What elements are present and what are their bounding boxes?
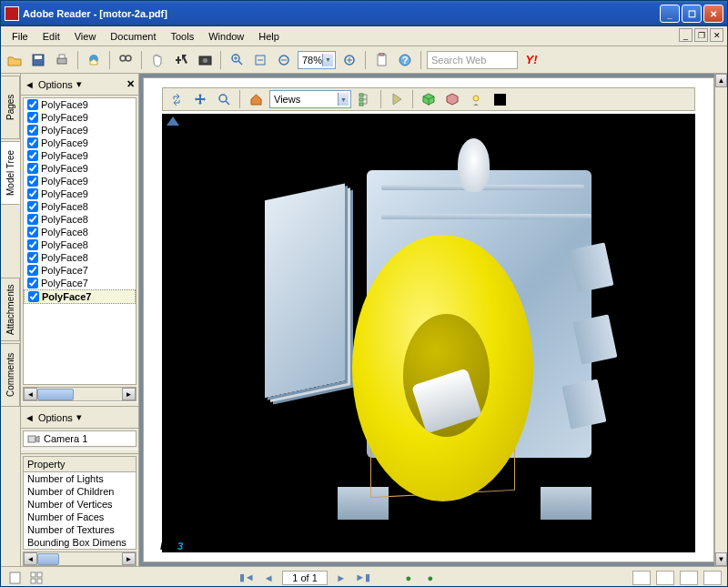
property-row[interactable]: Number of Lights <box>24 472 136 485</box>
props-scrollbar[interactable]: ◄► <box>23 552 136 566</box>
tree-item[interactable]: PolyFace9 <box>24 149 136 162</box>
continuous-view-icon[interactable] <box>656 571 674 585</box>
search-web-input[interactable]: Search Web <box>427 51 518 69</box>
tab-comments[interactable]: Comments <box>1 343 20 407</box>
page-layout-icon[interactable] <box>6 570 23 586</box>
model-tree-list[interactable]: PolyFace9PolyFace9PolyFace9PolyFace9Poly… <box>23 97 136 385</box>
tree-checkbox[interactable] <box>27 112 38 123</box>
rotate-tool-icon[interactable] <box>167 89 187 109</box>
mdi-restore-button[interactable]: ❐ <box>694 28 708 42</box>
fit-width-icon[interactable] <box>250 50 270 70</box>
maximize-button[interactable]: ☐ <box>682 5 702 23</box>
pan-tool-icon[interactable] <box>190 89 210 109</box>
menu-document[interactable]: Document <box>103 29 163 44</box>
3d-canvas[interactable] <box>162 114 695 552</box>
tree-item[interactable]: PolyFace9 <box>24 187 136 200</box>
minimize-button[interactable]: _ <box>660 5 680 23</box>
cam-options-button[interactable]: Options <box>38 412 73 423</box>
tree-checkbox[interactable] <box>27 278 38 288</box>
tree-item[interactable]: PolyFace8 <box>24 200 136 213</box>
property-row[interactable]: Number of Textures <box>24 523 136 536</box>
tree-scrollbar[interactable]: ◄► <box>23 387 136 401</box>
background-color-icon[interactable] <box>490 89 510 109</box>
property-row[interactable]: Bounding Box Dimens <box>24 536 136 549</box>
camera-item[interactable]: Camera 1 <box>24 431 136 446</box>
page-indicator[interactable]: 1 of 1 <box>282 571 328 585</box>
tree-checkbox[interactable] <box>27 137 38 148</box>
prev-page-button[interactable]: ◄ <box>260 570 277 586</box>
tree-item[interactable]: PolyFace7 <box>24 264 136 277</box>
render-mode-icon[interactable] <box>419 89 439 109</box>
last-page-button[interactable]: ►▮ <box>355 570 371 586</box>
close-button[interactable]: ✕ <box>703 5 723 23</box>
menu-tools[interactable]: Tools <box>164 29 202 44</box>
tree-item[interactable]: PolyFace8 <box>24 226 136 238</box>
help-icon[interactable]: ? <box>395 50 415 70</box>
single-page-view-icon[interactable] <box>632 571 651 585</box>
property-row[interactable]: Number of Vertices <box>24 498 136 511</box>
tree-checkbox[interactable] <box>27 150 38 161</box>
hand-tool-icon[interactable] <box>147 50 167 70</box>
menu-view[interactable]: View <box>67 29 104 44</box>
search-icon[interactable] <box>116 50 136 70</box>
tree-checkbox[interactable] <box>27 201 38 212</box>
views-select[interactable]: Views▼ <box>269 90 351 108</box>
tree-item[interactable]: PolyFace7 <box>24 289 136 304</box>
zoom-select[interactable]: 78%▼ <box>298 51 336 69</box>
zoom-in-icon[interactable] <box>227 50 247 70</box>
tab-model-tree[interactable]: Model Tree <box>1 141 20 205</box>
vertical-scrollbar[interactable]: ▲▼ <box>714 74 727 566</box>
mdi-minimize-button[interactable]: _ <box>679 28 693 42</box>
play-icon[interactable] <box>387 89 407 109</box>
zoom-tool-icon[interactable] <box>214 89 234 109</box>
tree-item[interactable]: PolyFace9 <box>24 175 136 187</box>
tree-item[interactable]: PolyFace8 <box>24 238 136 251</box>
tree-item[interactable]: PolyFace9 <box>24 162 136 175</box>
tree-item[interactable]: PolyFace9 <box>24 98 136 111</box>
tree-checkbox[interactable] <box>27 99 38 110</box>
page-thumbs-icon[interactable] <box>28 570 45 586</box>
next-page-button[interactable]: ► <box>333 570 349 586</box>
tree-item[interactable]: PolyFace8 <box>24 213 136 226</box>
tree-checkbox[interactable] <box>28 291 39 302</box>
tree-item[interactable]: PolyFace9 <box>24 111 136 124</box>
forward-button[interactable]: ● <box>422 570 439 586</box>
open-icon[interactable] <box>5 50 25 70</box>
zoom-out-icon[interactable] <box>274 50 294 70</box>
lighting-icon[interactable] <box>442 89 462 109</box>
tab-attachments[interactable]: Attachments <box>1 278 20 341</box>
tree-checkbox[interactable] <box>27 125 38 136</box>
tree-checkbox[interactable] <box>27 214 38 225</box>
tree-item[interactable]: PolyFace9 <box>24 137 136 149</box>
tree-item[interactable]: PolyFace9 <box>24 124 136 137</box>
zoom-in-plus-icon[interactable] <box>339 50 359 70</box>
toggle-icon[interactable]: ◄ <box>25 79 35 90</box>
snapshot-icon[interactable] <box>195 50 215 70</box>
save-icon[interactable] <box>28 50 48 70</box>
tree-checkbox[interactable] <box>27 239 38 250</box>
tree-checkbox[interactable] <box>27 176 38 187</box>
menu-file[interactable]: File <box>5 29 35 44</box>
tree-checkbox[interactable] <box>27 188 38 199</box>
menu-help[interactable]: Help <box>251 29 287 44</box>
menu-window[interactable]: Window <box>201 29 251 44</box>
tree-icon[interactable] <box>355 89 375 109</box>
continuous-facing-view-icon[interactable] <box>703 571 722 585</box>
select-tool-icon[interactable] <box>171 50 191 70</box>
options-button[interactable]: Options <box>38 79 73 90</box>
property-row[interactable]: Number of Faces <box>24 511 136 523</box>
email-icon[interactable] <box>84 50 104 70</box>
tree-item[interactable]: PolyFace7 <box>24 277 136 289</box>
tree-checkbox[interactable] <box>27 252 38 263</box>
back-button[interactable]: ● <box>400 570 417 586</box>
print-icon[interactable] <box>52 50 72 70</box>
first-page-button[interactable]: ▮◄ <box>238 570 255 586</box>
tree-checkbox[interactable] <box>27 265 38 276</box>
facing-view-icon[interactable] <box>680 571 698 585</box>
tab-pages[interactable]: Pages <box>1 76 20 139</box>
tree-item[interactable]: PolyFace8 <box>24 251 136 264</box>
mdi-close-button[interactable]: ✕ <box>710 28 723 42</box>
home-icon[interactable] <box>246 89 266 109</box>
light-source-icon[interactable] <box>466 89 486 109</box>
menu-edit[interactable]: Edit <box>35 29 67 44</box>
